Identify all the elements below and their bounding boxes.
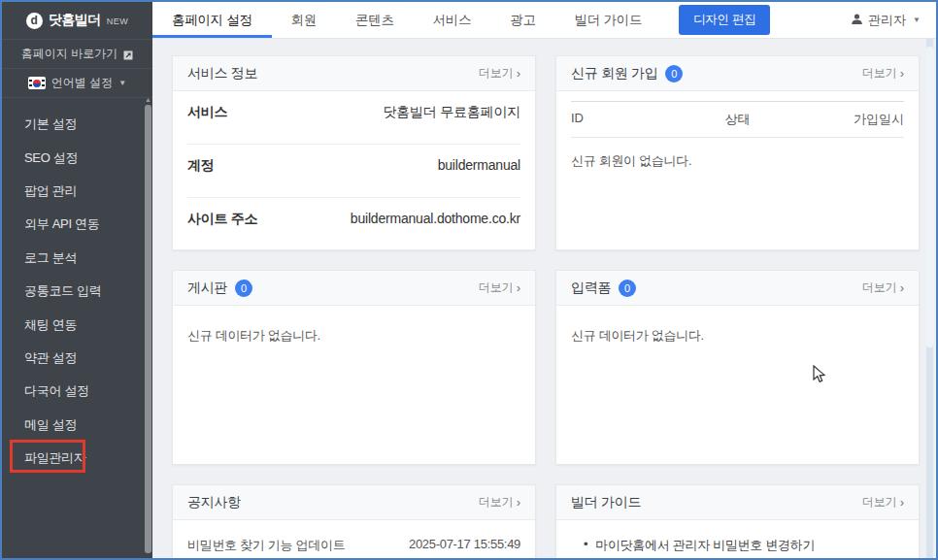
nav-tabs: 홈페이지 설정 회원 콘텐츠 서비스 광고 빌더 가이드: [152, 2, 661, 38]
account-value: buildermanual: [438, 157, 520, 173]
sidebar-item-popup-management[interactable]: 팝업 관리: [2, 175, 152, 208]
input-form-more-link[interactable]: 더보기 ›: [862, 280, 904, 296]
new-members-more-link[interactable]: 더보기 ›: [862, 65, 904, 82]
sidebar-item-file-manager[interactable]: 파일관리자: [2, 442, 152, 475]
external-link-icon: [123, 49, 133, 59]
builder-guide-card: 빌더 가이드 더보기 › • 마이닷홈에서 관리자 비밀번호 변경하기: [555, 484, 920, 558]
column-status: 상태: [682, 111, 792, 128]
card-title: 게시판: [187, 280, 227, 297]
sidebar-item-homepage-shortcut[interactable]: 홈페이지 바로가기: [2, 39, 152, 68]
builder-guide-header: 빌더 가이드 더보기 ›: [556, 485, 919, 520]
sidebar-item-log-analysis[interactable]: 로그 분석: [2, 242, 152, 275]
input-form-header: 입력폼 0 더보기 ›: [556, 271, 919, 306]
members-table-header: ID 상태 가입일시: [571, 101, 904, 138]
service-value: 닷홈빌더 무료홈페이지: [383, 104, 520, 121]
language-setting-label: 언어별 설정: [51, 75, 113, 91]
logo-text: 닷홈빌더: [49, 12, 101, 29]
admin-user-menu[interactable]: 관리자 ▼: [851, 12, 921, 29]
card-title: 신규 회원 가입: [571, 65, 657, 82]
sidebar-item-basic-settings[interactable]: 기본 설정: [2, 108, 152, 141]
notice-title: 비밀번호 찾기 기능 업데이트: [187, 537, 345, 554]
site-address-row: 사이트 주소 buildermanual.dothome.co.kr: [187, 198, 520, 250]
service-info-header: 서비스 정보 더보기 ›: [173, 56, 535, 91]
more-label: 더보기: [479, 65, 514, 82]
bullet-icon: •: [584, 537, 587, 554]
tab-members[interactable]: 회원: [272, 2, 336, 38]
more-label: 더보기: [479, 280, 514, 296]
tab-builder-guide[interactable]: 빌더 가이드: [555, 2, 661, 38]
chevron-right-icon: ›: [900, 66, 904, 81]
sidebar-item-mail-settings[interactable]: 메일 설정: [2, 409, 152, 442]
empty-board-message: 신규 데이터가 없습니다.: [173, 306, 535, 359]
user-icon: [851, 13, 863, 28]
notice-more-link[interactable]: 더보기 ›: [479, 494, 520, 511]
count-badge: 0: [665, 65, 683, 82]
guide-item-text: 마이닷홈에서 관리자 비밀번호 변경하기: [595, 537, 815, 554]
chevron-right-icon: ›: [900, 280, 904, 295]
count-badge: 0: [235, 280, 252, 297]
chevron-right-icon: ›: [517, 280, 520, 295]
sidebar-item-language-setting[interactable]: 언어별 설정 ▼: [2, 68, 152, 97]
count-badge: 0: [619, 280, 636, 297]
empty-form-message: 신규 데이터가 없습니다.: [556, 306, 919, 359]
service-info-more-link[interactable]: 더보기 ›: [479, 65, 520, 82]
service-info-body: 서비스 닷홈빌더 무료홈페이지 계정 buildermanual 사이트 주소 …: [173, 91, 535, 250]
sidebar-item-external-api[interactable]: 외부 API 연동: [2, 208, 152, 241]
chevron-right-icon: ›: [517, 66, 520, 81]
service-label: 서비스: [187, 104, 227, 121]
admin-user-label: 관리자: [868, 12, 906, 29]
notice-card: 공지사항 더보기 › 비밀번호 찾기 기능 업데이트 2025-07-17 15…: [172, 484, 536, 558]
chevron-down-icon: ▼: [118, 79, 126, 87]
empty-members-message: 신규 회원이 없습니다.: [556, 138, 919, 184]
main-content: 서비스 정보 더보기 › 서비스 닷홈빌더 무료홈페이지 계정 builderm…: [152, 39, 936, 558]
design-edit-button[interactable]: 디자인 편집: [679, 5, 770, 35]
sidebar-item-chat-integration[interactable]: 채팅 연동: [2, 308, 152, 341]
column-id: ID: [571, 111, 682, 128]
logo[interactable]: d 닷홈빌더 NEW: [2, 2, 152, 39]
chevron-right-icon: ›: [517, 495, 520, 510]
board-more-link[interactable]: 더보기 ›: [479, 280, 520, 296]
sidebar-menu: 기본 설정 SEO 설정 팝업 관리 외부 API 연동 로그 분석 공통코드 …: [2, 97, 152, 475]
tab-services[interactable]: 서비스: [414, 2, 491, 38]
sidebar-scrollbar-thumb[interactable]: [145, 105, 151, 553]
sidebar-item-common-code[interactable]: 공통코드 입력: [2, 275, 152, 308]
column-join-date: 가입일시: [793, 111, 904, 128]
tab-contents[interactable]: 콘텐츠: [336, 2, 414, 38]
more-label: 더보기: [862, 280, 897, 296]
top-navigation: 홈페이지 설정 회원 콘텐츠 서비스 광고 빌더 가이드 디자인 편집 관리자 …: [152, 2, 936, 39]
new-members-header: 신규 회원 가입 0 더보기 ›: [556, 56, 919, 91]
account-label: 계정: [187, 157, 214, 175]
notice-list-item[interactable]: 비밀번호 찾기 기능 업데이트 2025-07-17 15:55:49: [173, 520, 535, 558]
board-header: 게시판 0 더보기 ›: [173, 271, 535, 306]
more-label: 더보기: [479, 494, 514, 511]
tab-homepage-settings[interactable]: 홈페이지 설정: [152, 2, 272, 38]
scroll-up-arrow-icon[interactable]: ▲: [144, 93, 152, 105]
main-scrollbar-thumb[interactable]: [926, 47, 933, 347]
new-members-card: 신규 회원 가입 0 더보기 › ID 상태 가입일시 신규 회원이 없습니다.: [555, 55, 920, 250]
guide-list-item[interactable]: • 마이닷홈에서 관리자 비밀번호 변경하기: [556, 520, 919, 558]
builder-guide-more-link[interactable]: 더보기 ›: [862, 494, 904, 511]
dothome-logo-icon: d: [26, 13, 43, 29]
site-address-label: 사이트 주소: [187, 211, 257, 228]
main-scrollbar[interactable]: [926, 39, 933, 558]
sidebar-item-seo-settings[interactable]: SEO 설정: [2, 141, 152, 174]
homepage-shortcut-label: 홈페이지 바로가기: [21, 46, 117, 62]
chevron-right-icon: ›: [900, 495, 904, 510]
user-chevron-down-icon: ▼: [913, 16, 921, 24]
account-row: 계정 buildermanual: [187, 145, 520, 198]
board-card: 게시판 0 더보기 › 신규 데이터가 없습니다.: [172, 270, 536, 465]
sidebar-item-terms-settings[interactable]: 약관 설정: [2, 342, 152, 375]
card-title: 입력폼: [571, 280, 611, 297]
notice-header: 공지사항 더보기 ›: [173, 485, 535, 520]
app-window: d 닷홈빌더 NEW 홈페이지 바로가기 언어별 설정 ▼ 기본 설정 SEO …: [0, 0, 938, 560]
card-title: 공지사항: [187, 494, 241, 511]
site-address-value: buildermanual.dothome.co.kr: [351, 211, 520, 226]
card-title: 서비스 정보: [187, 65, 257, 82]
sidebar-scrollbar[interactable]: ▲: [144, 93, 152, 558]
tab-ads[interactable]: 광고: [490, 2, 554, 38]
more-label: 더보기: [862, 494, 897, 511]
service-info-card: 서비스 정보 더보기 › 서비스 닷홈빌더 무료홈페이지 계정 builderm…: [172, 55, 536, 250]
service-row: 서비스 닷홈빌더 무료홈페이지: [187, 91, 520, 145]
logo-new-badge: NEW: [107, 16, 129, 26]
sidebar-item-multilanguage-settings[interactable]: 다국어 설정: [2, 375, 152, 408]
